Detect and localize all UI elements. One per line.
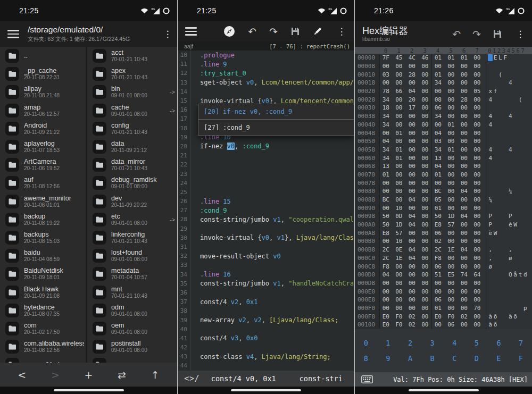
hex-byte[interactable]: 00: [419, 79, 432, 86]
hex-byte[interactable]: 00: [458, 121, 471, 128]
file-row[interactable]: odm09-01-01 08:00: [87, 301, 177, 320]
hex-byte[interactable]: 00: [419, 96, 432, 103]
hex-byte[interactable]: 00: [471, 63, 484, 70]
hex-byte[interactable]: 00: [419, 155, 432, 162]
hex-byte[interactable]: 00: [419, 146, 432, 153]
file-row[interactable]: proc: [87, 356, 177, 363]
hex-byte[interactable]: 04: [405, 196, 419, 203]
hex-byte[interactable]: 01: [445, 146, 458, 153]
code-line[interactable]: 11.line 9: [178, 60, 354, 69]
hex-byte[interactable]: 00: [458, 230, 471, 237]
hex-byte[interactable]: 17: [405, 104, 419, 111]
hex-byte[interactable]: 00: [445, 280, 458, 287]
hex-key-6[interactable]: 6: [488, 339, 510, 347]
hex-byte[interactable]: F0: [393, 313, 406, 320]
hex-byte[interactable]: 00: [458, 196, 471, 203]
code-line[interactable]: 22: [178, 160, 354, 169]
hex-byte[interactable]: 2C: [431, 246, 445, 253]
undo-icon[interactable]: ↶: [452, 29, 461, 39]
code-line[interactable]: 37const/4 v2, 0x1: [178, 297, 354, 306]
hex-byte[interactable]: 00: [431, 288, 445, 295]
tab-aajf[interactable]: aajf: [184, 43, 193, 49]
file-row[interactable]: linkerconfig70-01-21 10:43: [87, 229, 177, 247]
code-line[interactable]: 14: [178, 87, 354, 96]
hex-byte[interactable]: 00: [471, 79, 484, 86]
code-line[interactable]: 25: [178, 188, 354, 197]
hex-byte[interactable]: 00: [419, 288, 432, 295]
hex-byte[interactable]: 0D: [393, 213, 406, 220]
hex-byte[interactable]: 00: [405, 180, 419, 187]
hex-byte[interactable]: 00: [445, 63, 458, 70]
hex-byte[interactable]: 28: [458, 96, 471, 103]
file-row[interactable]: metadata70-01-04 10:57: [87, 265, 177, 283]
code-snippet-button[interactable]: const-stri: [288, 374, 354, 383]
hex-byte[interactable]: 00: [393, 188, 406, 195]
hex-byte[interactable]: 00: [419, 113, 432, 120]
hex-byte[interactable]: 01: [431, 71, 445, 78]
hex-byte[interactable]: 34: [379, 146, 393, 153]
hex-byte[interactable]: 00: [393, 288, 406, 295]
code-line[interactable]: 29: [178, 224, 354, 233]
hex-byte[interactable]: 02: [431, 238, 445, 245]
hex-byte[interactable]: 00: [471, 96, 484, 103]
hex-byte[interactable]: 04: [405, 255, 419, 262]
hex-byte[interactable]: 00: [419, 230, 432, 237]
hex-byte[interactable]: 00: [471, 246, 484, 253]
hex-byte[interactable]: 00: [393, 113, 406, 120]
code-line[interactable]: 28const-string/jumbo v1, "cooperation.qw…: [178, 215, 354, 224]
hex-byte[interactable]: 64: [471, 271, 484, 278]
hex-byte[interactable]: 13: [379, 163, 393, 170]
hex-key-D[interactable]: D: [466, 354, 488, 363]
hex-byte[interactable]: 00: [419, 188, 432, 195]
hex-byte[interactable]: 00: [393, 121, 406, 128]
hex-byte[interactable]: 00: [393, 63, 406, 70]
hex-byte[interactable]: 00: [419, 71, 432, 78]
hex-byte[interactable]: 00: [379, 63, 393, 70]
hex-byte[interactable]: 00: [471, 313, 484, 320]
keyboard-icon[interactable]: [361, 375, 373, 383]
hex-byte[interactable]: 00: [393, 280, 406, 287]
hex-byte[interactable]: 00: [445, 96, 458, 103]
hex-key-0[interactable]: 0: [355, 339, 377, 347]
file-row[interactable]: backup20-11-08 19:22: [0, 211, 86, 229]
hex-byte[interactable]: 00: [405, 205, 419, 212]
home-indicator[interactable]: [409, 389, 479, 391]
file-row[interactable]: mnt70-01-21 10:43: [87, 283, 177, 301]
hex-byte[interactable]: 06: [445, 321, 458, 328]
hex-byte[interactable]: 00: [405, 271, 419, 278]
hex-byte[interactable]: 66: [393, 88, 406, 95]
hex-byte[interactable]: 00: [379, 296, 393, 303]
hex-byte[interactable]: F8: [379, 263, 393, 270]
file-row[interactable]: baidu20-11-04 08:59: [0, 247, 86, 265]
code-line[interactable]: 32move-result-object v0: [178, 252, 354, 261]
hex-byte[interactable]: 00: [471, 196, 484, 203]
hex-byte[interactable]: 00: [419, 205, 432, 212]
file-row[interactable]: amap20-11-06 12:57: [0, 102, 86, 120]
hex-byte[interactable]: 00: [393, 196, 406, 203]
hex-byte[interactable]: 00: [471, 171, 484, 178]
hex-byte[interactable]: 00: [405, 121, 419, 128]
hex-byte[interactable]: 00: [419, 63, 432, 70]
hex-byte[interactable]: 01: [445, 121, 458, 128]
code-line[interactable]: 24: [178, 179, 354, 188]
hex-byte[interactable]: 00: [379, 188, 393, 195]
hex-key-F[interactable]: F: [510, 354, 532, 363]
hex-byte[interactable]: 01: [393, 155, 406, 162]
hex-byte[interactable]: 04: [458, 188, 471, 195]
save-icon[interactable]: [493, 29, 502, 39]
hex-byte[interactable]: 00: [471, 121, 484, 128]
hex-byte[interactable]: 00: [431, 321, 445, 328]
hex-byte[interactable]: 7F: [379, 54, 393, 61]
hex-byte[interactable]: 00: [419, 221, 432, 228]
hex-byte[interactable]: 00: [471, 130, 484, 137]
hex-byte[interactable]: 00: [379, 130, 393, 137]
hex-key-5[interactable]: 5: [466, 339, 488, 347]
file-row[interactable]: alipay20-11-08 21:48: [0, 83, 86, 101]
code-line[interactable]: 35const-string/jumbo v1, "handleNoCatchC…: [178, 279, 354, 288]
code-line[interactable]: 27:cond_9: [178, 206, 354, 215]
hex-byte[interactable]: 2C: [379, 255, 393, 262]
file-row[interactable]: postinstall09-01-01 08:00: [87, 338, 177, 356]
hex-key-9[interactable]: 9: [377, 354, 400, 363]
hex-byte[interactable]: 00: [471, 188, 484, 195]
menu-icon[interactable]: [185, 27, 197, 36]
